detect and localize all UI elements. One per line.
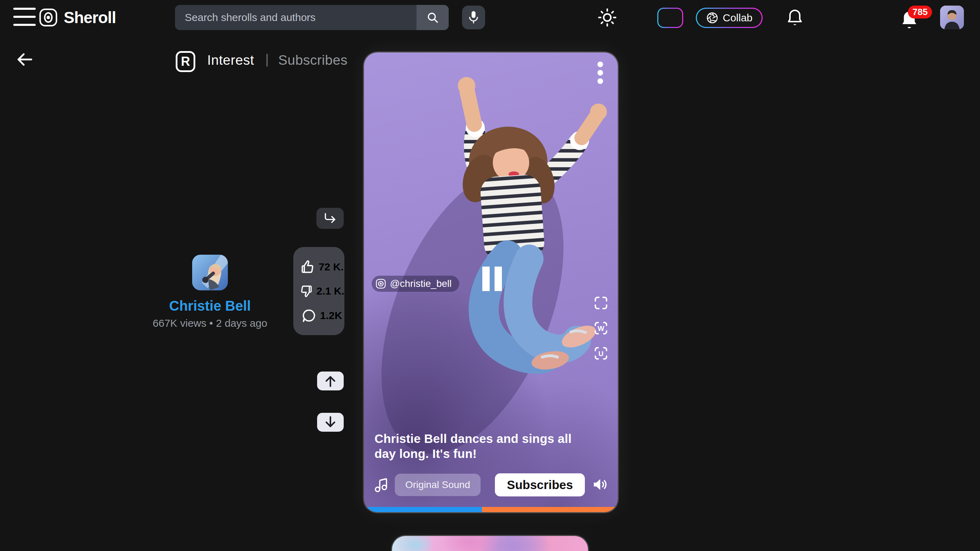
svg-text:W: W	[598, 325, 605, 332]
avatar-image	[940, 6, 964, 29]
collab-label: Collab	[723, 12, 752, 24]
menu-icon	[13, 8, 36, 10]
kebab-menu-icon	[590, 59, 610, 87]
stats-panel: 72 K. 2.1 K. 1.2K	[293, 247, 344, 335]
u-frame-icon: U	[593, 345, 609, 362]
video-options-button[interactable]	[590, 59, 610, 87]
comment-count: 1.2K	[320, 310, 342, 321]
video-meta: 667K views • 2 days ago	[153, 317, 267, 329]
record-logo-icon	[38, 7, 58, 28]
voice-search-button[interactable]	[462, 6, 485, 29]
plus-icon	[663, 11, 677, 25]
progress-remaining	[482, 507, 618, 512]
thumb-up-icon	[300, 259, 316, 275]
aperture-icon	[706, 11, 719, 24]
svg-text:U: U	[598, 350, 603, 357]
bell-outline-icon	[786, 8, 804, 28]
next-video-button[interactable]	[317, 413, 344, 432]
back-button[interactable]	[15, 50, 34, 69]
sound-pill[interactable]: Original Sound	[395, 474, 480, 496]
video-bottom-bar: Original Sound Subscribes	[373, 472, 609, 497]
previous-video-button[interactable]	[317, 372, 344, 391]
tab-interest[interactable]: Interest	[207, 52, 254, 68]
video-progress-bar[interactable]	[364, 507, 618, 512]
comments-button[interactable]: 1.2K	[299, 308, 344, 324]
author-block: Christie Bell 667K views • 2 days ago	[133, 255, 287, 329]
author-name-link[interactable]: Christie Bell	[169, 298, 251, 314]
notifications-button[interactable]	[785, 8, 805, 28]
pause-button[interactable]	[482, 267, 502, 291]
subscribe-button[interactable]: Subscribes	[495, 473, 585, 496]
back-arrow-icon	[15, 50, 33, 68]
fullscreen-icon	[593, 295, 609, 311]
profile-avatar[interactable]	[940, 6, 964, 29]
progress-watched	[364, 507, 482, 512]
next-video-preview[interactable]	[392, 536, 588, 551]
tab-subscribes[interactable]: Subscribes	[278, 52, 348, 68]
like-button[interactable]: 72 K.	[299, 259, 344, 275]
menu-button[interactable]	[13, 8, 36, 26]
video-caption: Christie Bell dances and sings all day l…	[374, 431, 584, 461]
share-button[interactable]	[317, 208, 344, 229]
like-count: 72 K.	[318, 261, 344, 273]
comment-icon	[301, 308, 317, 324]
reels-badge-icon: R	[176, 51, 195, 72]
author-handle: @christie_bell	[390, 278, 452, 289]
collab-button[interactable]: Collab	[696, 8, 763, 28]
search-bar	[175, 5, 449, 30]
volume-button[interactable]	[592, 477, 609, 493]
dislike-button[interactable]: 2.1 K.	[299, 283, 344, 299]
search-button[interactable]	[417, 5, 449, 30]
pause-icon	[482, 267, 490, 291]
video-card[interactable]: W U @christie_bell Christie Bell dances …	[364, 52, 618, 512]
notification-badge: 785	[908, 6, 932, 19]
author-avatar-image	[192, 255, 228, 291]
unique-mode-button[interactable]: U	[593, 345, 609, 362]
author-avatar[interactable]	[192, 255, 228, 291]
app-title: Sheroll	[64, 8, 116, 27]
video-author-tag[interactable]: @christie_bell	[372, 276, 459, 292]
dislike-count: 2.1 K.	[317, 285, 344, 297]
watermark-mode-button[interactable]: W	[593, 320, 609, 337]
arrow-down-icon	[323, 415, 337, 429]
search-icon	[426, 11, 439, 24]
thumb-down-icon	[299, 283, 313, 299]
theme-toggle-button[interactable]	[597, 8, 618, 27]
microphone-icon	[468, 10, 479, 25]
sun-icon	[597, 8, 617, 27]
w-frame-icon: W	[593, 320, 609, 337]
tab-divider: |	[265, 52, 269, 67]
speaker-icon	[592, 477, 609, 492]
app-logo[interactable]: Sheroll	[38, 7, 116, 28]
record-logo-icon	[375, 278, 387, 289]
share-arrow-icon	[322, 211, 338, 225]
arrow-up-icon	[323, 374, 337, 388]
music-note-icon	[373, 476, 388, 493]
fullscreen-button[interactable]	[593, 295, 609, 311]
create-button[interactable]	[657, 8, 683, 28]
search-input[interactable]	[175, 5, 417, 30]
